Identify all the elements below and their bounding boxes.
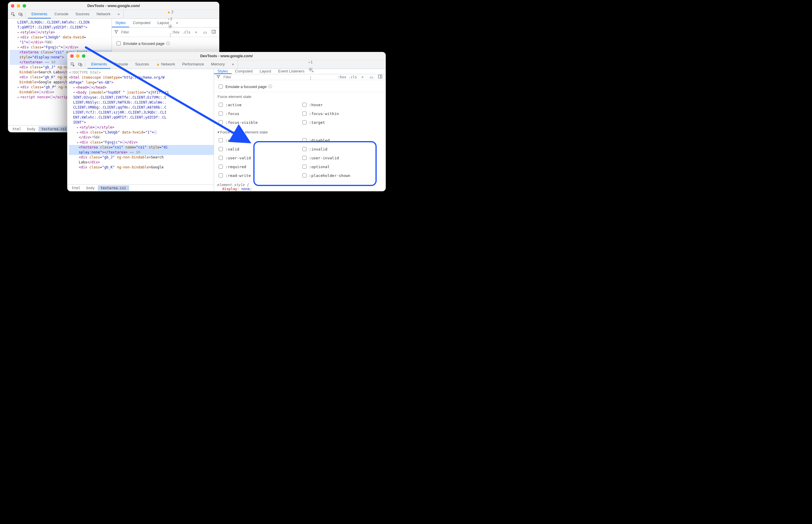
crumb-html[interactable]: html — [10, 127, 24, 132]
rtab-computed[interactable]: Computed — [232, 69, 256, 74]
selected-dom-node[interactable]: <textarea class="csi" name="csi" style="… — [69, 145, 214, 150]
close-icon[interactable] — [11, 4, 14, 7]
state-enabled[interactable]: :enabled — [218, 137, 299, 143]
inspect-icon[interactable] — [69, 60, 76, 69]
hov-toggle[interactable]: :hov — [171, 30, 180, 34]
panel-tabs: Elements Console Sources Network » — [28, 10, 123, 18]
state-focus-visible[interactable]: :focus-visible — [218, 119, 299, 125]
tab-performance[interactable]: Performance — [178, 60, 207, 69]
minimize-icon[interactable] — [76, 54, 80, 58]
force-state-heading: Force element state — [218, 95, 382, 99]
rtab-layout[interactable]: Layout — [256, 69, 275, 74]
styles-filter-bar: :hov .cls ＋ ▭ — [112, 28, 219, 37]
dom-tag: </style> — [38, 30, 55, 34]
flex-pill[interactable]: flex — [94, 135, 101, 139]
emulate-label: Emulate a focused page — [225, 84, 267, 89]
tab-network[interactable]: Network — [93, 10, 114, 18]
state-user-invalid[interactable]: :user-invalid — [301, 155, 382, 161]
rtab-computed[interactable]: Computed — [129, 19, 154, 27]
state-hover[interactable]: :hover — [301, 102, 382, 108]
issue-count: 1 — [311, 60, 313, 64]
device-toggle-icon[interactable] — [17, 10, 25, 18]
window-title: DevTools - www.google.com/ — [8, 3, 219, 8]
tab-more-icon[interactable]: » — [114, 10, 123, 18]
traffic-lights — [11, 4, 26, 7]
cls-toggle[interactable]: .cls — [182, 30, 191, 34]
tab-sources[interactable]: Sources — [72, 10, 93, 18]
svg-rect-4 — [212, 30, 216, 33]
emulate-focused-checkbox[interactable]: Emulate a focused page ⓘ — [218, 84, 382, 89]
computed-styles-icon[interactable]: ▭ — [202, 30, 208, 35]
dom-text: Google apps — [38, 80, 62, 84]
force-specific-heading[interactable]: ▾Force specific element state — [218, 130, 382, 134]
flex-pill[interactable]: flex — [46, 40, 53, 44]
window-title: DevTools - www.google.com/ — [67, 54, 386, 58]
crumb-textarea[interactable]: textarea.csi — [98, 185, 129, 191]
emulate-focused-checkbox[interactable]: Emulate a focused page ⓘ — [115, 40, 216, 46]
tab-sources[interactable]: Sources — [131, 60, 153, 69]
state-optional[interactable]: :optional — [301, 164, 382, 169]
tab-console[interactable]: Console — [110, 60, 131, 69]
crumb-body[interactable]: body — [24, 127, 38, 132]
toggle-sidebar-icon[interactable] — [210, 29, 217, 35]
tab-console[interactable]: Console — [51, 10, 72, 18]
dom-selected-ref: == $0 — [127, 150, 140, 154]
warn-count: 2 — [172, 10, 174, 14]
tab-memory[interactable]: Memory — [208, 60, 228, 69]
rtab-styles[interactable]: Styles — [214, 69, 231, 74]
rtab-styles[interactable]: Styles — [112, 19, 129, 27]
close-icon[interactable] — [70, 54, 74, 58]
tab-more-icon[interactable]: » — [228, 60, 238, 69]
cls-toggle[interactable]: .cls — [348, 75, 357, 79]
new-rule-icon[interactable]: ＋ — [193, 30, 199, 35]
state-read-write[interactable]: :read-write — [218, 173, 299, 178]
state-valid[interactable]: :valid — [218, 146, 299, 152]
rtab-more-icon[interactable]: » — [172, 19, 181, 27]
state-focus[interactable]: :focus — [218, 111, 299, 116]
rtab-more-icon[interactable]: » — [308, 69, 317, 74]
inspect-icon[interactable] — [10, 10, 17, 18]
styles-panel-tabs: Styles Computed Layout » — [112, 19, 219, 28]
tab-network[interactable]: ▲Network — [153, 60, 179, 69]
state-active[interactable]: :active — [218, 102, 299, 108]
titlebar: DevTools - www.google.com/ — [8, 2, 219, 10]
help-icon[interactable]: ⓘ — [166, 41, 170, 46]
state-focus-within[interactable]: :focus-within — [301, 111, 382, 116]
dom-tag: </div> — [31, 40, 44, 44]
filter-input[interactable] — [121, 30, 169, 35]
breadcrumb[interactable]: html body textarea.csi — [67, 184, 214, 191]
dom-text: T;qGMTIf:.CLIENT;ydZCDf:.CLIENT" — [17, 25, 85, 29]
tab-elements[interactable]: Elements — [87, 60, 110, 69]
crumb-html[interactable]: html — [69, 185, 83, 191]
new-rule-icon[interactable]: ＋ — [359, 75, 366, 80]
dom-selected-ref: == $0 — [43, 60, 55, 64]
crumb-textarea[interactable]: textarea.csi — [38, 127, 70, 132]
dom-tree[interactable]: <!DOCTYPE html> <html itemscope itemtype… — [67, 69, 214, 184]
device-toggle-icon[interactable] — [76, 60, 84, 69]
toggle-sidebar-icon[interactable] — [377, 74, 383, 80]
filter-icon — [216, 75, 221, 80]
help-icon[interactable]: ⓘ — [268, 84, 272, 89]
dom-tag: </div> — [42, 90, 54, 94]
rtab-event-listeners[interactable]: Event Listeners — [275, 69, 308, 74]
filter-input[interactable] — [223, 75, 335, 80]
styles-filter-bar: :hov .cls ＋ ▭ — [214, 74, 386, 80]
state-placeholder-shown[interactable]: :placeholder-shown — [301, 173, 382, 178]
element-style-block[interactable]: element.style { display: none; } — [214, 181, 386, 191]
state-required[interactable]: :required — [218, 164, 299, 169]
hov-toggle[interactable]: :hov — [338, 75, 346, 79]
state-invalid[interactable]: :invalid — [301, 146, 382, 152]
state-user-valid[interactable]: :user-valid — [218, 155, 299, 161]
state-disabled[interactable]: :disabled — [301, 137, 382, 143]
minimize-icon[interactable] — [17, 4, 20, 7]
tab-elements[interactable]: Elements — [28, 10, 51, 18]
rtab-layout[interactable]: Layout — [154, 19, 172, 27]
zoom-icon[interactable] — [82, 54, 85, 58]
warnings-badge[interactable]: ▲2 — [167, 10, 174, 14]
state-target[interactable]: :target — [301, 119, 382, 125]
issues-badge[interactable]: ▪1 — [308, 60, 313, 64]
crumb-body[interactable]: body — [83, 185, 98, 191]
svg-rect-10 — [378, 75, 382, 78]
computed-styles-icon[interactable]: ▭ — [368, 75, 375, 80]
zoom-icon[interactable] — [22, 4, 26, 7]
